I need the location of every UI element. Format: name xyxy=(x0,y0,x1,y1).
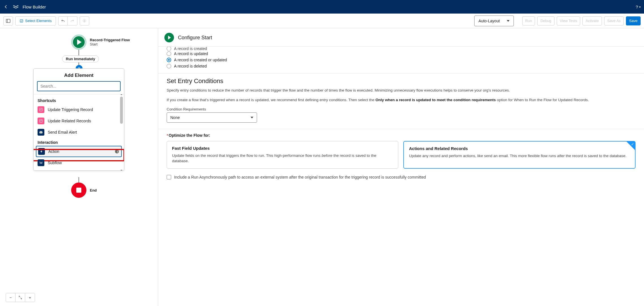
layout-select-value: Auto-Layout xyxy=(478,19,500,23)
back-arrow-icon[interactable] xyxy=(3,4,8,9)
radio-icon xyxy=(167,58,171,62)
element-send-email-alert[interactable]: Send Email Alert xyxy=(34,127,124,138)
svg-point-3 xyxy=(84,20,85,21)
element-subflow[interactable]: Subflow xyxy=(34,157,124,168)
config-body: A record is created A record is updated … xyxy=(158,47,644,306)
end-node[interactable]: End xyxy=(71,183,97,198)
config-title: Configure Start xyxy=(178,35,212,41)
card-actions-related-records[interactable]: ✓ Actions and Related Records Update any… xyxy=(403,141,636,169)
zoom-in-button[interactable]: + xyxy=(25,293,35,302)
scroll-up-icon[interactable]: ▲ xyxy=(119,94,123,96)
radio-icon xyxy=(167,47,171,51)
app-title: Flow Builder xyxy=(23,5,46,9)
select-elements-label: Select Elements xyxy=(25,19,52,23)
toolbar: Select Elements Auto-Layout Run Debug Vi… xyxy=(0,14,644,28)
async-path-checkbox-row[interactable]: Include a Run Asynchronously path to acc… xyxy=(167,175,636,179)
chevron-down-icon xyxy=(251,117,253,118)
entry-conditions-title: Set Entry Conditions xyxy=(167,77,636,85)
radio-icon xyxy=(167,64,171,68)
config-start-icon xyxy=(164,33,174,42)
layout-select[interactable]: Auto-Layout xyxy=(474,16,514,26)
view-tests-button[interactable]: View Tests xyxy=(557,16,580,25)
card-desc: Update any record and perform actions, l… xyxy=(409,153,630,159)
check-icon: ✓ xyxy=(631,142,634,146)
condition-req-value: None xyxy=(170,115,180,120)
connector-line xyxy=(79,50,79,55)
card-desc: Update fields on the record that trigger… xyxy=(172,153,393,164)
app-header: Flow Builder ? ▾ xyxy=(0,0,644,14)
fit-view-button[interactable] xyxy=(16,293,25,302)
save-button[interactable]: Save xyxy=(626,16,641,25)
element-action[interactable]: Action i xyxy=(36,146,122,157)
card-fast-field-updates[interactable]: Fast Field Updates Update fields on the … xyxy=(167,141,398,169)
end-icon xyxy=(71,183,86,198)
redo-button[interactable] xyxy=(68,16,77,25)
group-interaction: Interaction xyxy=(34,138,124,146)
config-pane: Configure Start A record is created A re… xyxy=(158,28,644,306)
element-update-related-records[interactable]: Update Related Records xyxy=(34,115,124,127)
zoom-controls: − + xyxy=(6,293,35,302)
radio-icon xyxy=(167,51,171,56)
svg-rect-2 xyxy=(20,19,23,22)
settings-button[interactable] xyxy=(80,16,89,25)
condition-req-label: Condition Requirements xyxy=(167,107,636,111)
header-right: ? ▾ xyxy=(636,5,641,9)
async-path-label: Include a Run Asynchronously path to acc… xyxy=(174,175,426,179)
radio-updated[interactable]: A record is updated xyxy=(167,51,636,57)
toggle-panel-button[interactable] xyxy=(3,16,13,25)
group-shortcuts: Shortcuts xyxy=(34,96,124,104)
add-element-popup: Add Element ▲ ▼ Shortcuts Update Trigger… xyxy=(33,68,124,171)
debug-button[interactable]: Debug xyxy=(537,16,554,25)
action-icon xyxy=(38,148,45,155)
run-button[interactable]: Run xyxy=(522,16,535,25)
subflow-icon xyxy=(38,159,44,166)
element-update-triggering-record[interactable]: Update Triggering Record xyxy=(34,104,124,115)
run-immediately-pill[interactable]: Run Immediately xyxy=(62,55,99,62)
checkbox-icon xyxy=(167,175,171,179)
start-node-sub: Start xyxy=(90,42,130,46)
info-icon: i xyxy=(117,150,118,153)
help-caret-icon[interactable]: ▾ xyxy=(639,5,641,8)
radio-created[interactable]: A record is created xyxy=(167,47,636,51)
flow-canvas[interactable]: Record-Triggered Flow Start Run Immediat… xyxy=(0,28,158,306)
connector-line xyxy=(79,177,79,183)
start-node-title: Record-Triggered Flow xyxy=(90,38,130,42)
header-left: Flow Builder xyxy=(3,4,46,10)
canvas-pane: Record-Triggered Flow Start Run Immediat… xyxy=(0,28,158,306)
save-as-button[interactable]: Save As xyxy=(604,16,624,25)
activate-button[interactable]: Activate xyxy=(582,16,602,25)
select-elements-button[interactable]: Select Elements xyxy=(15,16,56,25)
entry-conditions-desc2: If you create a flow that's triggered wh… xyxy=(167,97,636,103)
svg-rect-0 xyxy=(6,19,10,23)
radio-created-or-updated[interactable]: A record is created or updated xyxy=(167,57,636,63)
chevron-down-icon xyxy=(507,20,510,22)
start-labels: Record-Triggered Flow Start xyxy=(90,38,130,46)
update-related-icon xyxy=(38,118,44,124)
start-icon xyxy=(71,34,86,50)
config-header: Configure Start xyxy=(158,28,644,47)
end-label: End xyxy=(90,188,97,192)
scroll-down-icon[interactable]: ▼ xyxy=(119,169,123,170)
radio-deleted[interactable]: A record is deleted xyxy=(167,63,636,69)
zoom-out-button[interactable]: − xyxy=(6,293,16,302)
undo-button[interactable] xyxy=(58,16,68,25)
add-element-search-input[interactable] xyxy=(37,81,121,91)
update-record-icon xyxy=(38,106,44,113)
condition-req-select[interactable]: None xyxy=(167,112,257,123)
start-node[interactable]: Record-Triggered Flow Start xyxy=(71,34,130,50)
help-icon[interactable]: ? xyxy=(636,5,638,9)
entry-conditions-desc1: Specify entry conditions to reduce the n… xyxy=(167,88,636,93)
flow-builder-icon xyxy=(12,4,19,10)
add-element-title: Add Element xyxy=(34,69,124,81)
email-icon xyxy=(38,129,44,136)
optimize-label: *Optimize the Flow for: xyxy=(167,133,636,138)
add-element-list: ▲ ▼ Shortcuts Update Triggering Record U… xyxy=(34,94,124,170)
